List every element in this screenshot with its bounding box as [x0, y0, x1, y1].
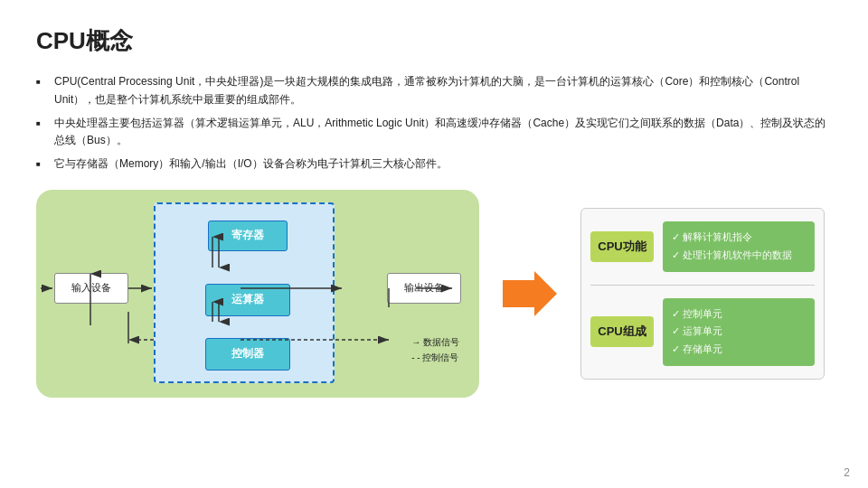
output-device-box: 输出设备	[387, 273, 461, 304]
cpu-function-item-1: ✓ 解释计算机指令	[672, 229, 806, 247]
cpu-dashed-box: 寄存器 运算器 控制器	[154, 202, 335, 383]
right-panel: CPU功能 ✓ 解释计算机指令 ✓ 处理计算机软件中的数据 CPU组成 ✓ 控制…	[580, 208, 825, 380]
cpu-composition-item-2: ✓ 运算单元	[672, 323, 806, 341]
cpu-composition-item-1: ✓ 控制单元	[672, 305, 806, 324]
cpu-function-label: CPU功能	[590, 231, 654, 262]
page-title: CPU概念	[36, 25, 832, 57]
diagram-area: 寄存器 运算器 控制器 输入设备 输出设备 → 数据信号 - - 控制信号	[36, 190, 832, 398]
cpu-composition-item-3: ✓ 存储单元	[672, 341, 806, 359]
bullet-list: CPU(Central Processing Unit，中央处理器)是一块超大规…	[36, 73, 832, 174]
cpu-composition-label: CPU组成	[590, 316, 654, 347]
bullet-2: 中央处理器主要包括运算器（算术逻辑运算单元，ALU，Arithmetic Log…	[36, 115, 832, 151]
register-box: 寄存器	[208, 221, 288, 251]
bullet-1: CPU(Central Processing Unit，中央处理器)是一块超大规…	[36, 73, 832, 109]
signal-labels: → 数据信号 - - 控制信号	[411, 334, 459, 365]
input-device-box: 输入设备	[54, 273, 128, 304]
orange-arrow-icon	[503, 267, 557, 321]
svg-marker-17	[503, 271, 557, 316]
transition-arrow	[501, 267, 559, 321]
bullet-3: 它与存储器（Memory）和输入/输出（I/O）设备合称为电子计算机三大核心部件…	[36, 155, 832, 174]
alu-box: 运算器	[205, 284, 290, 316]
cpu-composition-row: CPU组成 ✓ 控制单元 ✓ 运算单元 ✓ 存储单元	[590, 298, 815, 366]
cpu-function-content: ✓ 解释计算机指令 ✓ 处理计算机软件中的数据	[663, 221, 815, 272]
cpu-function-item-2: ✓ 处理计算机软件中的数据	[672, 247, 806, 265]
cpu-composition-content: ✓ 控制单元 ✓ 运算单元 ✓ 存储单元	[663, 298, 815, 366]
control-box: 控制器	[205, 338, 290, 371]
cpu-function-row: CPU功能 ✓ 解释计算机指令 ✓ 处理计算机软件中的数据	[590, 221, 815, 272]
left-diagram: 寄存器 运算器 控制器 输入设备 输出设备 → 数据信号 - - 控制信号	[36, 190, 479, 398]
panel-divider	[590, 285, 815, 286]
page-number: 2	[844, 466, 850, 479]
page-container: CPU概念 CPU(Central Processing Unit，中央处理器)…	[0, 0, 868, 488]
